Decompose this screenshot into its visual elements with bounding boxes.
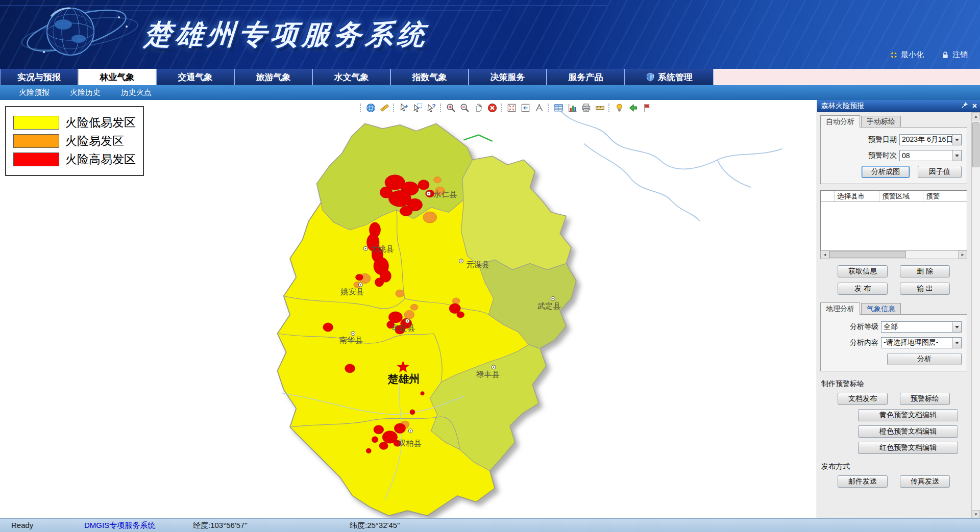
attribute-table-icon[interactable] — [553, 103, 564, 113]
status-system-link[interactable]: DMGIS专项服务系统 — [84, 521, 155, 530]
tab-geo-analysis[interactable]: 地理分析 — [820, 302, 860, 315]
column-header: 预警区域 — [879, 191, 923, 201]
legend-item: 火险易发区 — [13, 133, 136, 149]
shield-icon — [646, 72, 655, 82]
legend-label: 火险低易发区 — [65, 115, 136, 131]
county-label: 禄丰县 — [476, 370, 500, 378]
map-toolbar: ? — [360, 103, 652, 113]
minimize-label: 最小化 — [901, 50, 924, 60]
warning-time-select[interactable]: 08 — [899, 150, 962, 161]
tab-hydrology-weather[interactable]: 水文气象 — [312, 69, 390, 85]
fax-send-button[interactable]: 传真发送 — [900, 475, 950, 488]
analysis-content-label: 分析内容 — [850, 338, 878, 347]
horizontal-scrollbar[interactable]: ◄ ► — [820, 250, 967, 259]
analysis-content-select[interactable]: -请选择地理图层- — [881, 337, 962, 348]
tab-service-products[interactable]: 服务产品 — [547, 69, 625, 85]
toolbar-grip — [360, 104, 362, 112]
county-label: 双柏县 — [398, 439, 422, 447]
analyze-map-button[interactable]: 分析成图 — [862, 166, 910, 178]
sketch-icon[interactable] — [379, 103, 389, 113]
legend-label: 火险易发区 — [65, 133, 124, 149]
warning-time-label: 预警时次 — [868, 151, 897, 160]
tab-traffic-weather[interactable]: 交通气象 — [156, 69, 234, 85]
chevron-down-icon — [952, 322, 961, 332]
scroll-down-icon[interactable]: ▼ — [972, 510, 980, 518]
analyze-button[interactable]: 分析 — [887, 353, 962, 365]
column-header: 预警 — [923, 191, 967, 201]
legend-item: 火险高易发区 — [13, 151, 136, 167]
tab-decision-service[interactable]: 决策服务 — [469, 69, 547, 85]
zoom-extent-icon[interactable] — [506, 103, 517, 113]
analysis-tabs: 自动分析 手动标绘 — [820, 115, 967, 127]
panel-scrollbar[interactable]: ▲ ▼ — [971, 112, 980, 518]
status-longitude: 经度:103°56'57" — [193, 521, 248, 530]
tab-index-weather[interactable]: 指数气象 — [390, 69, 469, 85]
sub-nav: 火险预报 火险历史 历史火点 — [0, 85, 980, 100]
tab-manual-plot[interactable]: 手动标绘 — [861, 116, 901, 127]
pan-icon[interactable] — [473, 103, 483, 113]
chart-icon[interactable] — [567, 103, 577, 113]
select-icon[interactable] — [412, 103, 423, 113]
publish-method-label: 发布方式 — [821, 462, 967, 471]
forest-fire-panel: 森林火险预报 × 自动分析 手动标绘 预警日期 2023年 6月16日 — [817, 100, 980, 518]
analysis-level-select[interactable]: 全部 — [881, 321, 962, 333]
subnav-fire-history[interactable]: 火险历史 — [70, 88, 101, 97]
lock-icon — [941, 51, 949, 59]
tab-label: 系统管理 — [658, 71, 693, 83]
county-label: 永仁县 — [433, 190, 457, 198]
county-label: 牟定县 — [392, 323, 415, 332]
legend-item: 火险低易发区 — [13, 115, 136, 131]
identify-icon[interactable]: ? — [426, 103, 436, 113]
scroll-up-icon[interactable]: ▲ — [972, 112, 980, 120]
select-plus-icon[interactable] — [399, 103, 409, 113]
output-button[interactable]: 输 出 — [900, 283, 950, 295]
doc-publish-button[interactable]: 文档发布 — [838, 393, 888, 405]
delete-button[interactable]: 删 除 — [900, 265, 950, 277]
tab-live-forecast[interactable]: 实况与预报 — [0, 69, 78, 85]
chevron-down-icon — [952, 150, 961, 161]
zoom-out-icon[interactable] — [459, 103, 470, 113]
red-warning-doc-button[interactable]: 红色预警文档编辑 — [858, 442, 958, 454]
app-title: 楚雄州专项服务系统 — [142, 16, 430, 54]
panel-close-icon[interactable]: × — [972, 102, 977, 110]
factor-value-button[interactable]: 因子值 — [918, 166, 962, 178]
warning-date-select[interactable]: 2023年 6月16日 — [899, 134, 962, 145]
tab-auto-analysis[interactable]: 自动分析 — [820, 115, 860, 128]
toolbar-grip — [393, 104, 395, 112]
capital-label: 楚雄州 — [387, 373, 420, 385]
layout-icon[interactable] — [642, 103, 652, 113]
green-boundary-line — [463, 135, 492, 141]
scrollbar-thumb[interactable] — [829, 251, 906, 258]
orange-warning-doc-button[interactable]: 橙色预警文档编辑 — [858, 425, 958, 438]
scroll-left-icon[interactable]: ◄ — [821, 250, 829, 259]
yellow-warning-doc-button[interactable]: 黄色预警文档编辑 — [858, 409, 958, 421]
globe-icon[interactable] — [365, 103, 376, 113]
scale-icon[interactable] — [595, 103, 605, 113]
subnav-historical-fire-points[interactable]: 历史火点 — [121, 88, 152, 97]
dock-pin-icon[interactable] — [961, 102, 968, 110]
pin-icon[interactable] — [614, 103, 624, 113]
previous-view-icon[interactable] — [520, 103, 530, 113]
logout-button[interactable]: 注销 — [941, 50, 968, 60]
tab-tourism-weather[interactable]: 旅游气象 — [234, 69, 312, 85]
measure-icon[interactable] — [534, 103, 544, 113]
clear-selection-icon[interactable] — [487, 103, 497, 113]
subnav-fire-forecast[interactable]: 火险预报 — [19, 88, 50, 97]
print-icon[interactable] — [581, 103, 591, 113]
publish-button[interactable]: 发 布 — [838, 283, 888, 295]
tab-system-management[interactable]: 系统管理 — [625, 69, 714, 85]
back-arrow-icon[interactable] — [628, 103, 638, 113]
row-selector-column — [821, 191, 835, 201]
email-send-button[interactable]: 邮件发送 — [838, 475, 888, 488]
get-info-button[interactable]: 获取信息 — [838, 265, 888, 277]
scroll-right-icon[interactable]: ► — [958, 250, 967, 259]
toolbar-grip — [440, 104, 442, 112]
county-label: 元谋县 — [466, 260, 489, 269]
warning-list[interactable]: 选择县市 预警区域 预警 — [820, 190, 967, 250]
minimize-button[interactable]: 最小化 — [890, 50, 924, 60]
tab-forestry-weather[interactable]: 林业气象 — [78, 69, 156, 85]
scrollbar-thumb[interactable] — [972, 122, 979, 167]
warning-plot-button[interactable]: 预警标绘 — [900, 393, 950, 405]
tab-weather-info[interactable]: 气象信息 — [861, 303, 901, 314]
zoom-in-icon[interactable] — [446, 103, 456, 113]
